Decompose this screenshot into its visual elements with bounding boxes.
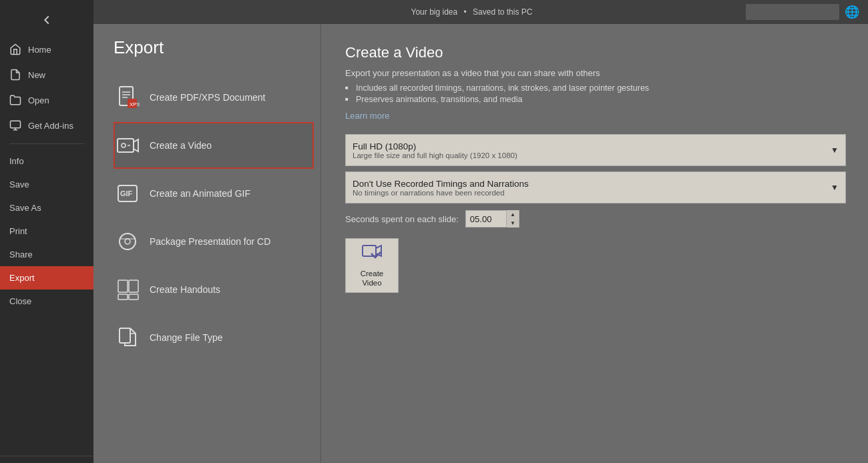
sidebar-item-label: Export: [9, 273, 35, 283]
sidebar-item-save[interactable]: Save: [0, 173, 93, 196]
search-box[interactable]: [746, 4, 839, 20]
create-video-button[interactable]: CreateVideo: [345, 238, 399, 293]
sidebar-item-share[interactable]: Share: [0, 243, 93, 266]
document-title: Your big idea: [411, 7, 458, 17]
timings-main: Don't Use Recorded Timings and Narration…: [353, 179, 529, 189]
sidebar-item-close[interactable]: Close: [0, 290, 93, 313]
globe-icon: 🌐: [845, 5, 859, 19]
filetype-icon: [115, 325, 140, 350]
export-option-filetype[interactable]: Change File Type: [114, 314, 314, 361]
save-status: Saved to this PC: [473, 7, 532, 17]
timings-dropdown-text: Don't Use Recorded Timings and Narration…: [353, 179, 529, 197]
new-icon: [9, 69, 21, 81]
quality-dropdown-text: Full HD (1080p) Large file size and full…: [353, 141, 517, 159]
sidebar-item-home[interactable]: Home: [0, 37, 93, 62]
sidebar-item-new[interactable]: New: [0, 62, 93, 87]
sidebar-item-label: Home: [28, 45, 51, 55]
export-panel: Export XPS Create PDF/XPS Document: [93, 24, 868, 463]
seconds-input[interactable]: [466, 210, 506, 227]
export-menu: Export XPS Create PDF/XPS Document: [93, 24, 320, 463]
export-option-gif[interactable]: GIF Create an Animated GIF: [114, 170, 314, 217]
sidebar-item-label: Save As: [9, 203, 41, 213]
main-content: Your big idea • Saved to this PC 🌐 Expor…: [93, 0, 868, 463]
svg-rect-20: [129, 294, 138, 300]
export-option-label: Create PDF/XPS Document: [150, 92, 266, 103]
detail-bullets: Includes all recorded timings, narration…: [345, 83, 846, 104]
detail-description: Export your presentation as a video that…: [345, 68, 846, 78]
seconds-label: Seconds spent on each slide:: [345, 214, 459, 224]
export-option-video[interactable]: Create a Video: [114, 122, 314, 169]
sidebar-item-label: Open: [28, 95, 49, 105]
seconds-spinners: ▲ ▼: [506, 210, 519, 227]
sidebar-item-open[interactable]: Open: [0, 87, 93, 113]
export-option-label: Create a Video: [150, 140, 212, 151]
sidebar-item-label: Print: [9, 226, 27, 236]
sidebar-item-label: Info: [9, 156, 24, 166]
quality-dropdown[interactable]: Full HD (1080p) Large file size and full…: [345, 134, 846, 166]
sidebar-divider: [9, 143, 84, 144]
sidebar-item-label: New: [28, 70, 45, 80]
gif-icon: GIF: [115, 181, 140, 206]
export-title: Export: [114, 37, 320, 58]
spinner-down[interactable]: ▼: [507, 219, 519, 227]
export-option-pdf[interactable]: XPS Create PDF/XPS Document: [114, 74, 314, 121]
bullet-1: Includes all recorded timings, narration…: [345, 83, 846, 93]
sidebar-item-label: Save: [9, 179, 29, 189]
svg-text:XPS: XPS: [130, 101, 140, 107]
home-icon: [9, 43, 21, 55]
sidebar-item-print[interactable]: Print: [0, 219, 93, 243]
quality-sub: Large file size and full high quality (1…: [353, 151, 517, 159]
back-button[interactable]: [33, 7, 60, 33]
handouts-icon: [115, 277, 140, 302]
export-option-label: Create an Animated GIF: [150, 188, 250, 199]
export-option-label: Package Presentation for CD: [150, 236, 270, 247]
svg-rect-0: [11, 121, 21, 128]
top-bar-right: 🌐: [746, 4, 859, 20]
open-icon: [9, 94, 21, 106]
svg-rect-21: [120, 328, 130, 343]
svg-point-10: [122, 143, 126, 147]
video-icon: [115, 133, 140, 158]
svg-text:GIF: GIF: [120, 189, 133, 197]
timings-dropdown-arrow: ▼: [831, 183, 839, 192]
export-option-label: Change File Type: [150, 332, 222, 343]
sidebar: Home New Open Get Add-ins: [0, 0, 93, 463]
sidebar-item-label: Get Add-ins: [28, 121, 73, 131]
addins-icon: [9, 119, 21, 131]
quality-dropdown-arrow: ▼: [831, 145, 839, 155]
export-detail: Create a Video Export your presentation …: [321, 24, 868, 463]
timings-dropdown[interactable]: Don't Use Recorded Timings and Narration…: [345, 171, 846, 203]
sidebar-item-label: Share: [9, 250, 33, 260]
svg-rect-22: [363, 246, 376, 256]
spinner-up[interactable]: ▲: [507, 210, 519, 219]
learn-more-link[interactable]: Learn more: [345, 111, 389, 121]
quality-main: Full HD (1080p): [353, 141, 517, 151]
top-bar: Your big idea • Saved to this PC 🌐: [93, 0, 868, 24]
svg-point-15: [125, 239, 130, 244]
detail-title: Create a Video: [345, 44, 846, 61]
export-option-label: Create Handouts: [150, 284, 220, 295]
svg-point-14: [120, 234, 136, 250]
export-option-package[interactable]: Package Presentation for CD: [114, 218, 314, 265]
svg-rect-19: [118, 294, 128, 300]
package-icon: [115, 229, 140, 254]
pdf-icon: XPS: [115, 85, 140, 110]
export-option-handouts[interactable]: Create Handouts: [114, 266, 314, 313]
svg-rect-18: [129, 280, 138, 292]
sidebar-item-saveas[interactable]: Save As: [0, 196, 93, 219]
sidebar-item-info[interactable]: Info: [0, 149, 93, 173]
sidebar-item-addins[interactable]: Get Add-ins: [0, 113, 93, 138]
sidebar-item-label: Close: [9, 296, 31, 306]
title-separator: •: [464, 7, 467, 17]
timings-sub: No timings or narrations have been recor…: [353, 189, 529, 197]
create-video-label: CreateVideo: [361, 270, 384, 288]
svg-rect-17: [118, 280, 128, 292]
seconds-row: Seconds spent on each slide: ▲ ▼: [345, 210, 846, 227]
sidebar-item-export[interactable]: Export: [0, 266, 93, 290]
seconds-input-wrap: ▲ ▼: [465, 210, 519, 227]
sidebar-bottom: [0, 456, 93, 463]
title-bar: Your big idea • Saved to this PC: [198, 7, 746, 17]
bullet-2: Preserves animations, transitions, and m…: [345, 95, 846, 104]
create-video-icon: [362, 243, 382, 266]
